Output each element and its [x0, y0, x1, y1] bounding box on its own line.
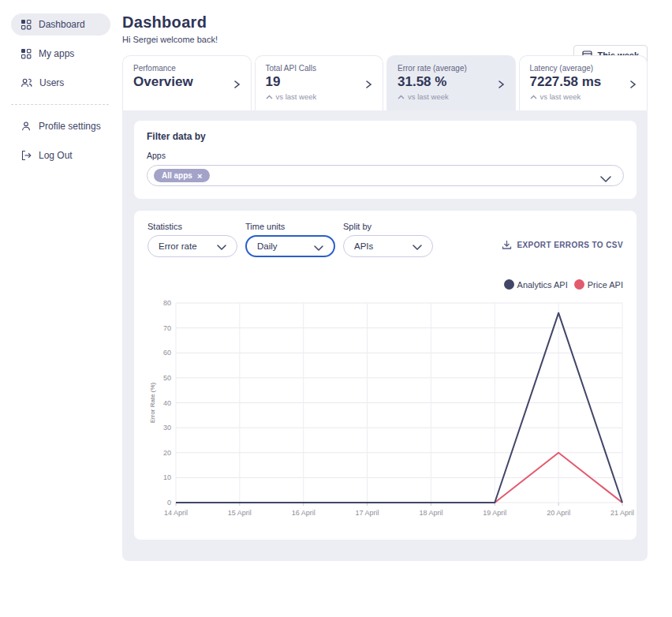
- split-by-select[interactable]: APIs: [343, 235, 433, 257]
- welcome-message: Hi Sergei welcome back!: [122, 35, 648, 44]
- close-icon[interactable]: ×: [197, 172, 202, 180]
- stat-card-performance[interactable]: Perfomance Overview: [122, 55, 252, 110]
- chevron-right-icon: [629, 78, 637, 92]
- legend-dot: [574, 279, 584, 290]
- split-by-group: Split by APIs: [343, 222, 433, 257]
- statistics-select[interactable]: Error rate: [147, 235, 237, 257]
- legend-label: Analytics API: [517, 280, 568, 290]
- chevron-down-icon: [599, 172, 612, 186]
- sidebar-item-label: Dashboard: [39, 19, 85, 30]
- sidebar-item-label: Users: [39, 77, 64, 88]
- svg-text:Error Rate (%): Error Rate (%): [149, 382, 156, 423]
- chevron-right-icon: [365, 78, 372, 92]
- statistics-value: Error rate: [159, 241, 197, 251]
- svg-text:60: 60: [163, 349, 171, 357]
- chevron-right-icon: [233, 78, 241, 92]
- time-units-select[interactable]: Daily: [245, 235, 335, 257]
- svg-text:30: 30: [163, 424, 171, 432]
- sidebar-item-label: Log Out: [39, 150, 73, 161]
- stat-card-label: Perfomance: [133, 64, 241, 73]
- line-chart-canvas: 0102030405060708014 April15 April16 Apri…: [147, 294, 637, 522]
- svg-text:21 April: 21 April: [610, 509, 634, 517]
- chevron-down-icon: [216, 243, 227, 252]
- person-icon: [21, 121, 32, 132]
- legend-dot: [504, 279, 514, 290]
- stat-card-label: Total API Calls: [266, 64, 373, 73]
- time-units-value: Daily: [257, 241, 278, 251]
- sidebar-item-my-apps[interactable]: My apps: [11, 43, 110, 65]
- svg-text:19 April: 19 April: [483, 509, 506, 517]
- apps-field-label: Apps: [147, 151, 624, 160]
- trend-indicator: vs last week: [398, 92, 505, 101]
- download-icon: [502, 240, 512, 250]
- filter-title: Filter data by: [147, 131, 624, 142]
- chart-card: Statistics Error rate Time units Daily: [134, 211, 637, 540]
- logout-icon: [21, 150, 32, 161]
- stat-cards-row: Perfomance Overview Total API Calls 19 v…: [122, 55, 648, 110]
- users-icon: [21, 77, 32, 88]
- sidebar-item-label: My apps: [39, 48, 74, 59]
- main-content: Dashboard Hi Sergei welcome back! This w…: [122, 0, 648, 561]
- chevron-right-icon: [498, 78, 505, 92]
- trend-label: vs last week: [276, 92, 317, 101]
- caret-up-icon: [266, 92, 273, 101]
- stat-card-total-api-calls[interactable]: Total API Calls 19 vs last week: [255, 55, 384, 110]
- stat-card-label: Latency (average): [530, 64, 637, 73]
- svg-text:80: 80: [163, 299, 171, 307]
- chart-controls: Statistics Error rate Time units Daily: [147, 222, 623, 257]
- svg-text:15 April: 15 April: [228, 509, 252, 517]
- chevron-down-icon: [313, 244, 324, 253]
- svg-text:70: 70: [163, 324, 171, 332]
- stat-card-value: 31.58 %: [398, 74, 505, 90]
- svg-text:0: 0: [167, 499, 171, 507]
- legend-item-price-api[interactable]: Price API: [574, 279, 623, 290]
- statistics-group: Statistics Error rate: [147, 222, 237, 257]
- export-csv-label: EXPORT ERRORS TO CSV: [517, 241, 623, 249]
- svg-text:14 April: 14 April: [164, 509, 188, 517]
- stat-card-value: 7227.58 ms: [530, 74, 637, 90]
- legend-item-analytics-api[interactable]: Analytics API: [504, 279, 568, 290]
- legend-label: Price API: [588, 280, 623, 290]
- trend-indicator: vs last week: [266, 92, 373, 101]
- sidebar: Dashboard My apps Users Profile settings…: [0, 0, 118, 174]
- stat-card-latency[interactable]: Latency (average) 7227.58 ms vs last wee…: [519, 55, 648, 110]
- sidebar-item-log-out[interactable]: Log Out: [11, 144, 110, 166]
- trend-label: vs last week: [540, 92, 581, 101]
- caret-up-icon: [398, 92, 405, 101]
- svg-text:50: 50: [163, 374, 171, 382]
- stat-card-label: Error rate (average): [398, 64, 505, 73]
- apps-multi-select[interactable]: All apps ×: [147, 165, 624, 186]
- chart-legend: Analytics API Price API: [147, 279, 623, 290]
- trend-label: vs last week: [408, 92, 449, 101]
- svg-text:20: 20: [163, 449, 171, 457]
- stat-card-value: Overview: [133, 74, 241, 90]
- time-units-group: Time units Daily: [245, 222, 335, 257]
- sidebar-item-profile-settings[interactable]: Profile settings: [11, 115, 110, 137]
- stat-card-error-rate[interactable]: Error rate (average) 31.58 % vs last wee…: [386, 55, 516, 110]
- grid-icon: [21, 19, 32, 30]
- svg-text:16 April: 16 April: [292, 509, 315, 517]
- svg-text:20 April: 20 April: [547, 509, 570, 517]
- content-panel: Filter data by Apps All apps × Statistic…: [122, 110, 648, 561]
- chevron-down-icon: [412, 243, 423, 252]
- grid-icon: [21, 48, 32, 59]
- statistics-label: Statistics: [147, 222, 237, 231]
- time-units-label: Time units: [245, 222, 335, 231]
- chip-label: All apps: [162, 171, 192, 180]
- sidebar-divider: [11, 104, 109, 105]
- stat-card-value: 19: [266, 74, 373, 90]
- split-by-value: APIs: [354, 241, 373, 251]
- export-csv-link[interactable]: EXPORT ERRORS TO CSV: [502, 240, 623, 250]
- all-apps-chip[interactable]: All apps ×: [154, 169, 210, 182]
- sidebar-item-dashboard[interactable]: Dashboard: [11, 13, 110, 36]
- svg-text:18 April: 18 April: [419, 509, 442, 517]
- caret-up-icon: [530, 92, 537, 101]
- sidebar-item-label: Profile settings: [39, 121, 101, 132]
- split-by-label: Split by: [343, 222, 433, 231]
- page-title: Dashboard: [122, 13, 648, 32]
- svg-text:40: 40: [163, 399, 171, 407]
- sidebar-item-users[interactable]: Users: [11, 72, 110, 94]
- trend-indicator: vs last week: [530, 92, 637, 101]
- svg-text:17 April: 17 April: [356, 509, 379, 517]
- svg-text:10: 10: [163, 473, 171, 481]
